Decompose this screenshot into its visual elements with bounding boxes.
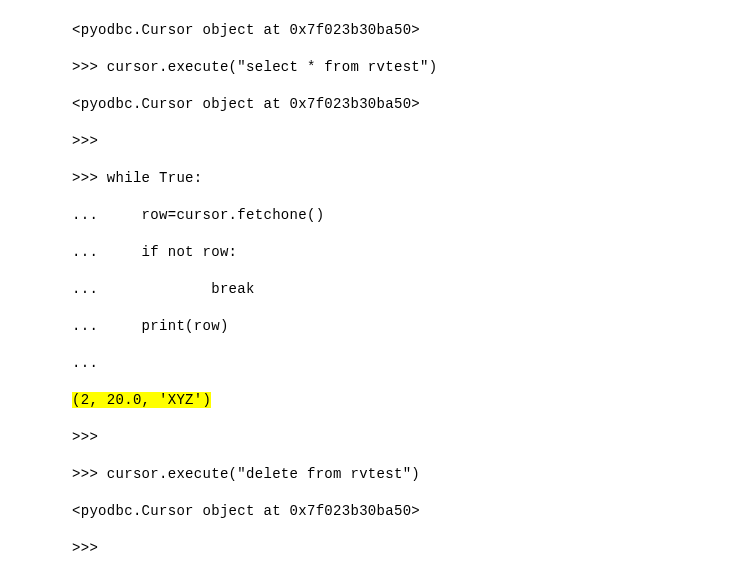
highlighted-output: (2, 20.0, 'XYZ')	[72, 392, 211, 408]
code-line: >>> cursor.execute("select * from rvtest…	[72, 57, 756, 78]
code-line: ...	[72, 353, 756, 374]
code-line: >>>	[72, 427, 756, 448]
code-line: >>> cursor.execute("delete from rvtest")	[72, 464, 756, 485]
code-line: <pyodbc.Cursor object at 0x7f023b30ba50>	[72, 501, 756, 522]
code-line: <pyodbc.Cursor object at 0x7f023b30ba50>	[72, 20, 756, 41]
code-line: <pyodbc.Cursor object at 0x7f023b30ba50>	[72, 94, 756, 115]
code-block: <pyodbc.Cursor object at 0x7f023b30ba50>…	[72, 20, 756, 559]
code-line: >>>	[72, 538, 756, 559]
code-line: ... if not row:	[72, 242, 756, 263]
code-line: >>> while True:	[72, 168, 756, 189]
code-line: ... break	[72, 279, 756, 300]
code-line: ... row=cursor.fetchone()	[72, 205, 756, 226]
code-line: ... print(row)	[72, 316, 756, 337]
code-line: >>>	[72, 131, 756, 152]
code-line: (2, 20.0, 'XYZ')	[72, 390, 756, 411]
